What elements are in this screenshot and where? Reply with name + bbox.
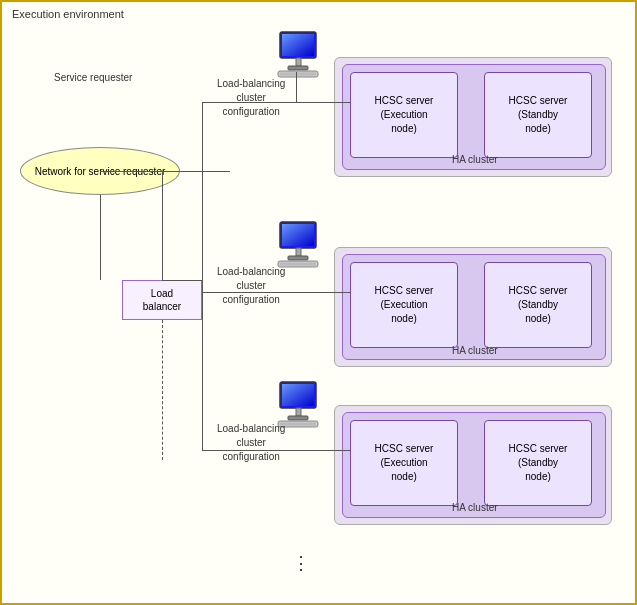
hcsc-exec-box-1: HCSC server(Executionnode) <box>350 72 458 158</box>
hcsc-standby-label-1: HCSC server(Standbynode) <box>509 94 568 136</box>
line-lb-to-spine-connect <box>162 280 202 281</box>
svg-rect-10 <box>288 256 308 260</box>
hcsc-exec-box-2: HCSC server(Executionnode) <box>350 262 458 348</box>
svg-rect-12 <box>280 263 316 266</box>
line-lb-up <box>162 171 163 280</box>
svg-rect-15 <box>296 408 301 416</box>
load-balancer-box: Loadbalancer <box>122 280 202 320</box>
svg-rect-18 <box>280 423 316 426</box>
ha-label-1: HA cluster <box>452 154 498 165</box>
line-branch-2 <box>202 292 350 293</box>
hcsc-exec-box-3: HCSC server(Executionnode) <box>350 420 458 506</box>
more-dots: ⋮ <box>292 552 312 574</box>
line-lb-to-spine-1 <box>162 171 202 172</box>
line-lb-comp-1 <box>296 72 297 102</box>
hcsc-exec-label-1: HCSC server(Executionnode) <box>375 94 434 136</box>
line-lb-down-dashed <box>162 320 163 460</box>
line-branch-1 <box>202 102 350 103</box>
load-balancer-label: Loadbalancer <box>143 287 181 313</box>
hcsc-standby-box-2: HCSC server(Standbynode) <box>484 262 592 348</box>
computer-icon-2 <box>274 220 328 270</box>
svg-rect-2 <box>282 34 314 56</box>
service-requester-label: Service requester <box>54 72 132 83</box>
computer-icon-1 <box>274 30 328 80</box>
execution-environment-frame: Execution environment Service requester … <box>0 0 637 605</box>
lb-config-label-2: Load-balancingclusterconfiguration <box>217 265 285 307</box>
ha-label-3: HA cluster <box>452 502 498 513</box>
lb-config-label-1: Load-balancingclusterconfiguration <box>217 77 285 119</box>
line-branch-3 <box>202 450 350 451</box>
hcsc-standby-box-1: HCSC server(Standbynode) <box>484 72 592 158</box>
line-network-down <box>100 195 101 280</box>
hcsc-standby-box-3: HCSC server(Standbynode) <box>484 420 592 506</box>
svg-rect-9 <box>296 248 301 256</box>
svg-rect-14 <box>282 384 314 406</box>
hcsc-exec-label-2: HCSC server(Executionnode) <box>375 284 434 326</box>
svg-rect-16 <box>288 416 308 420</box>
lb-config-label-3: Load-balancingclusterconfiguration <box>217 422 285 464</box>
svg-rect-6 <box>280 73 316 76</box>
outer-label: Execution environment <box>12 8 124 20</box>
hcsc-exec-label-3: HCSC server(Executionnode) <box>375 442 434 484</box>
hcsc-standby-label-3: HCSC server(Standbynode) <box>509 442 568 484</box>
svg-rect-8 <box>282 224 314 246</box>
hcsc-standby-label-2: HCSC server(Standbynode) <box>509 284 568 326</box>
svg-rect-3 <box>296 58 301 66</box>
ha-label-2: HA cluster <box>452 345 498 356</box>
svg-rect-4 <box>288 66 308 70</box>
line-left-spine <box>202 102 203 450</box>
